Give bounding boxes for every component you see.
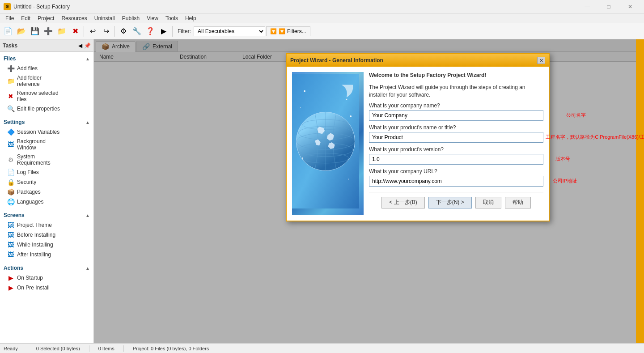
- menu-bar: File Edit Project Resources Uninstall Pu…: [0, 13, 644, 23]
- tasks-title: Tasks: [3, 43, 17, 49]
- url-annotation: 公司IP地址: [553, 178, 577, 184]
- tasks-collapse-icon[interactable]: ◀: [78, 43, 82, 49]
- app-icon: ⚙: [4, 3, 11, 10]
- section-toggle-files: ▲: [85, 56, 90, 61]
- after-installing-label: After Installing: [17, 251, 51, 258]
- menu-view[interactable]: View: [143, 14, 162, 22]
- toolbar-save[interactable]: 💾: [29, 25, 41, 38]
- menu-tools[interactable]: Tools: [162, 14, 182, 22]
- minimize-button[interactable]: —: [577, 2, 597, 11]
- edit-props-icon: 🔍: [7, 105, 14, 112]
- sidebar-item-before-installing[interactable]: 🖼 Before Installing: [4, 230, 93, 240]
- section-toggle-screens: ▲: [85, 213, 90, 218]
- modal-description: The Project Wizard will guide you throug…: [369, 84, 543, 99]
- product-version-input[interactable]: [369, 154, 543, 165]
- sidebar-item-after-installing[interactable]: 🖼 After Installing: [4, 250, 93, 259]
- filter-icon-1: 🔽: [270, 28, 277, 34]
- sidebar-item-add-folder[interactable]: 📁 Add folderreference: [4, 73, 93, 89]
- add-files-icon: ➕: [7, 65, 14, 72]
- product-name-input[interactable]: [369, 132, 543, 143]
- sidebar-item-remove-files[interactable]: ✖ Remove selectedfiles: [4, 89, 93, 104]
- sidebar-item-packages[interactable]: 📦 Packages: [4, 187, 93, 197]
- section-title-files: Files: [4, 55, 16, 62]
- menu-file[interactable]: File: [2, 14, 17, 22]
- filters-button[interactable]: 🔽 🔽 Filters...: [266, 26, 310, 36]
- status-selected: 0 Selected (0 bytes): [36, 346, 80, 351]
- menu-resources[interactable]: Resources: [58, 14, 90, 22]
- section-items-settings: 🔷 Session Variables 🖼 BackgroundWindow ⚙…: [0, 127, 93, 207]
- section-title-actions: Actions: [4, 265, 23, 271]
- sidebar-item-on-startup[interactable]: ▶ On Startup: [4, 273, 93, 283]
- status-project-info: Project: 0 Files (0 bytes), 0 Folders: [133, 346, 209, 351]
- app-title: Untitled - Setup Factory: [13, 4, 70, 10]
- toolbar-add[interactable]: ➕: [42, 25, 55, 38]
- toolbar-new[interactable]: 📄: [2, 25, 14, 38]
- menu-project[interactable]: Project: [34, 14, 58, 22]
- toolbar-arrow[interactable]: ▶: [157, 25, 170, 38]
- svg-point-13: [348, 179, 349, 179]
- status-divider-1: [27, 345, 27, 352]
- tasks-pin-icon[interactable]: 📌: [84, 43, 91, 49]
- modal-image: [292, 72, 364, 215]
- menu-uninstall[interactable]: Uninstall: [91, 14, 119, 22]
- section-title-settings: Settings: [4, 119, 25, 125]
- section-header-screens[interactable]: Screens ▲: [0, 210, 93, 220]
- security-icon: 🔒: [7, 179, 14, 186]
- right-accent-stripe: [636, 39, 644, 343]
- status-items: 0 Items: [98, 346, 114, 351]
- sidebar-item-while-installing[interactable]: 🖼 While Installing: [4, 240, 93, 250]
- section-items-files: ➕ Add files 📁 Add folderreference ✖ Remo…: [0, 64, 93, 114]
- svg-point-12: [302, 157, 303, 159]
- company-url-input[interactable]: [369, 176, 543, 187]
- maximize-button[interactable]: □: [598, 2, 619, 11]
- product-name-annotation: 工程名字，默认路径为C:ProgramFile(X86)/工程名字: [546, 134, 644, 140]
- session-vars-icon: 🔷: [7, 128, 14, 136]
- product-version-label: What is your product's version?: [369, 146, 543, 153]
- sys-req-icon: ⚙: [7, 156, 14, 163]
- close-button[interactable]: ✕: [620, 2, 640, 11]
- remove-files-label: Remove selectedfiles: [17, 90, 59, 102]
- toolbar-settings[interactable]: 🔧: [131, 25, 143, 38]
- back-button[interactable]: < 上一步(B): [381, 197, 424, 208]
- toolbar-help[interactable]: ❓: [144, 25, 157, 38]
- sidebar-item-session-vars[interactable]: 🔷 Session Variables: [4, 127, 93, 137]
- company-url-label: What is your company URL?: [369, 168, 543, 174]
- company-name-input[interactable]: [369, 110, 543, 121]
- toolbar-undo[interactable]: ↩: [86, 25, 99, 38]
- toolbar-addfolder[interactable]: 📁: [55, 25, 68, 38]
- sidebar-item-add-files[interactable]: ➕ Add files: [4, 64, 93, 73]
- sidebar-item-bg-window[interactable]: 🖼 BackgroundWindow: [4, 137, 93, 152]
- help-button[interactable]: 帮助: [505, 197, 531, 208]
- sidebar-item-edit-props[interactable]: 🔍 Edit file properties: [4, 104, 93, 114]
- languages-icon: 🌐: [7, 198, 14, 205]
- next-button[interactable]: 下一步(N) >: [428, 197, 472, 208]
- packages-label: Packages: [17, 189, 41, 195]
- main-layout: Tasks ◀ 📌 Files ▲ ➕ Add files 📁 Add fold…: [0, 39, 644, 343]
- sidebar-item-on-pre-install[interactable]: ▶ On Pre Install: [4, 283, 93, 293]
- toolbar-redo[interactable]: ↪: [100, 25, 112, 38]
- before-installing-label: Before Installing: [17, 232, 55, 238]
- sidebar-item-sys-req[interactable]: ⚙ SystemRequirements: [4, 152, 93, 167]
- modal-title: Project Wizard - General Information: [290, 57, 383, 64]
- toolbar-separator-2: [114, 26, 115, 37]
- svg-point-8: [304, 90, 305, 92]
- sidebar-item-project-theme[interactable]: 🖼 Project Theme: [4, 220, 93, 230]
- toolbar-build[interactable]: ⚙: [117, 25, 130, 38]
- section-header-actions[interactable]: Actions ▲: [0, 263, 93, 273]
- sidebar-item-languages[interactable]: 🌐 Languages: [4, 197, 93, 207]
- toolbar-open[interactable]: 📂: [15, 25, 28, 38]
- languages-label: Languages: [17, 199, 43, 205]
- filter-dropdown[interactable]: All Executables All Files Custom Filter: [194, 26, 265, 36]
- modal-close-button[interactable]: ✕: [537, 57, 545, 64]
- cancel-button[interactable]: 取消: [475, 197, 501, 208]
- menu-help[interactable]: Help: [182, 14, 200, 22]
- add-folder-label: Add folderreference: [17, 75, 42, 87]
- modal-body: Welcome to the Setup Factory Project Wiz…: [287, 67, 549, 221]
- toolbar-remove[interactable]: ✖: [69, 25, 81, 38]
- section-header-files[interactable]: Files ▲: [0, 54, 93, 64]
- menu-publish[interactable]: Publish: [119, 14, 143, 22]
- section-header-settings[interactable]: Settings ▲: [0, 117, 93, 127]
- sidebar-item-security[interactable]: 🔒 Security: [4, 177, 93, 187]
- menu-edit[interactable]: Edit: [17, 14, 34, 22]
- sidebar-item-log-files[interactable]: 📄 Log Files: [4, 167, 93, 177]
